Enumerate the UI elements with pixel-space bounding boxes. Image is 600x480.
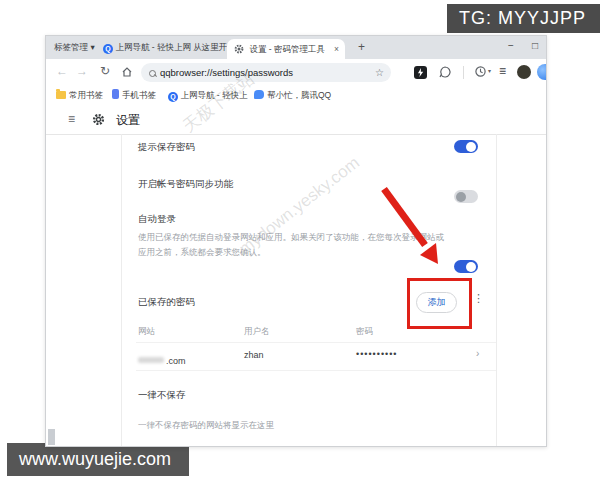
row-divider (136, 370, 496, 371)
site-watermark: www.wuyuejie.com (7, 443, 189, 476)
annotation-rectangle (407, 278, 472, 329)
refresh-icon[interactable]: ↻ (100, 64, 110, 78)
redacted-website (138, 357, 164, 363)
tab-manager-label: 标签管理 (54, 42, 88, 52)
column-website: 网站 (138, 326, 155, 338)
tab-title: 上网导航 - 轻快上网 从这里开始 (115, 42, 228, 52)
page-title: 设置 (116, 112, 140, 129)
row-divider (136, 342, 496, 343)
history-caret-icon[interactable]: ▾ (488, 67, 491, 74)
avatar[interactable] (517, 65, 531, 79)
minimize-button[interactable]: − (508, 40, 514, 51)
profile-badge[interactable] (537, 64, 547, 80)
bookmark-common[interactable]: 常用书签 (56, 86, 103, 104)
help-icon (254, 90, 264, 99)
saved-passwords-title: 已保存的密码 (138, 296, 195, 309)
extension-icon[interactable] (414, 66, 427, 79)
settings-gear-icon (92, 113, 105, 126)
toolbar-divider (463, 66, 464, 79)
never-save-hint: 一律不保存密码的网站将显示在这里 (138, 418, 274, 433)
qq-browser-logo-icon: Q (168, 92, 178, 102)
save-password-toggle[interactable] (454, 140, 478, 153)
bookmark-star-icon[interactable]: ☆ (375, 63, 384, 82)
bookmark-help[interactable]: 帮小忙，腾讯QQ (254, 86, 331, 104)
feedback-bubble-icon[interactable] (438, 65, 452, 79)
bookmark-label: 上网导航 - 轻快上 (180, 90, 247, 100)
home-icon[interactable] (121, 66, 133, 78)
sync-label: 开启帐号密码同步功能 (138, 178, 233, 191)
scrollbar-thumb[interactable] (48, 429, 55, 445)
search-icon (149, 70, 156, 77)
menu-icon[interactable]: ≡ (499, 64, 506, 78)
phone-icon (112, 89, 119, 99)
more-options-icon[interactable]: ⋮ (473, 292, 484, 305)
bookmark-mobile[interactable]: 手机书签 (112, 86, 156, 104)
column-username: 用户名 (244, 326, 270, 338)
auto-login-title: 自动登录 (138, 213, 176, 226)
bookmarks-bar: 常用书签 手机书签 Q 上网导航 - 轻快上 帮小忙，腾讯QQ (46, 86, 546, 105)
tab-nav-home[interactable]: Q 上网导航 - 轻快上网 从这里开始 (103, 36, 228, 59)
website-cell: .com (166, 356, 186, 366)
username-cell: zhan (244, 350, 264, 360)
maximize-button[interactable]: □ (532, 40, 538, 51)
bookmark-label: 手机书签 (122, 90, 156, 100)
bookmark-nav[interactable]: Q 上网导航 - 轻快上 (168, 86, 247, 104)
url-bar[interactable]: qqbrowser://settings/passwords ☆ (141, 63, 391, 82)
chevron-right-icon[interactable]: › (476, 348, 479, 359)
password-cell: •••••••••• (356, 349, 398, 359)
folder-icon (56, 91, 66, 99)
bookmark-label: 帮小忙，腾讯QQ (267, 90, 331, 100)
auto-login-toggle[interactable] (454, 260, 478, 273)
settings-menu-icon[interactable]: ≡ (68, 112, 75, 126)
tab-manager-button[interactable]: 标签管理 ▾ (54, 36, 95, 59)
save-password-label: 提示保存密码 (138, 141, 195, 154)
never-save-title: 一律不保存 (138, 389, 186, 402)
tab-settings-active[interactable]: 设置 - 密码管理工具 × (227, 39, 345, 59)
gear-icon (234, 44, 244, 54)
back-icon[interactable]: ← (56, 64, 68, 78)
caret-down-icon: ▾ (90, 42, 94, 52)
sidebar-divider (121, 134, 122, 446)
tab-title: 设置 - 密码管理工具 (249, 44, 325, 54)
table-row[interactable]: .com (138, 350, 186, 368)
sync-toggle[interactable] (454, 190, 478, 203)
tab-bar: 标签管理 ▾ Q 上网导航 - 轻快上网 从这里开始 设置 - 密码管理工具 ×… (46, 36, 546, 59)
url-text: qqbrowser://settings/passwords (160, 67, 293, 78)
qq-browser-logo-icon: Q (103, 44, 113, 54)
auto-login-description: 使用已保存的凭据自动登录网站和应用。如果关闭了该功能，在您每次登录网站或应用之前… (138, 230, 448, 260)
tg-watermark: TG: MYYJJPP (447, 4, 600, 33)
forward-icon[interactable]: → (76, 64, 88, 78)
bookmark-label: 常用书签 (69, 90, 103, 100)
browser-window: 标签管理 ▾ Q 上网导航 - 轻快上网 从这里开始 设置 - 密码管理工具 ×… (45, 35, 547, 447)
new-tab-button[interactable]: + (358, 36, 365, 59)
history-clock-icon[interactable] (474, 65, 487, 78)
settings-header: ≡ 设置 (46, 104, 546, 135)
toolbar: ← → ↻ qqbrowser://settings/passwords ☆ (46, 59, 546, 87)
column-password: 密码 (356, 326, 373, 338)
content-right-divider (496, 134, 497, 446)
close-tab-icon[interactable]: × (334, 39, 339, 59)
